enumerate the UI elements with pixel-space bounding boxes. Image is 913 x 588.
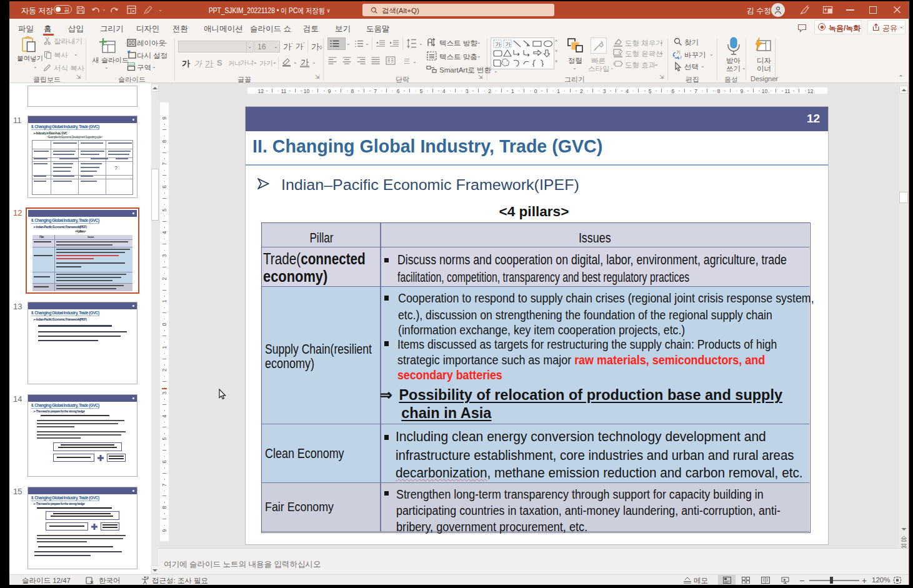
svg-text:가: 가	[506, 41, 511, 47]
svg-text:기: 기	[676, 50, 681, 54]
svg-text:가: 가	[496, 41, 501, 47]
